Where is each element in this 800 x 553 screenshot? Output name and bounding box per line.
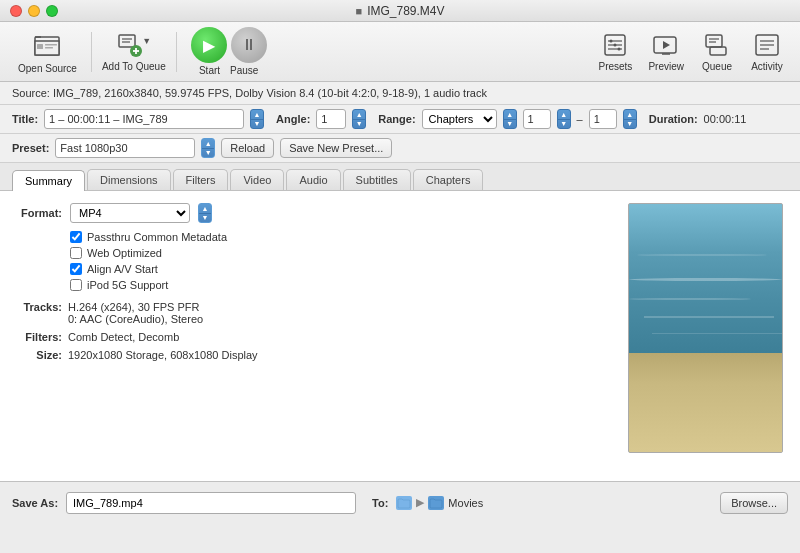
- preview-shore: [629, 353, 782, 452]
- queue-button[interactable]: Queue: [692, 27, 742, 76]
- angle-input[interactable]: [316, 109, 346, 129]
- range-type-stepper-down[interactable]: ▼: [504, 120, 516, 129]
- toolbar-divider: [91, 32, 92, 72]
- svg-rect-6: [119, 35, 135, 47]
- preset-input[interactable]: [55, 138, 195, 158]
- minimize-button[interactable]: [28, 5, 40, 17]
- preview-panel: [628, 203, 788, 469]
- preset-label: Preset:: [12, 142, 49, 154]
- tracks-line2: 0: AAC (CoreAudio), Stereo: [68, 313, 203, 325]
- reload-button[interactable]: Reload: [221, 138, 274, 158]
- title-stepper-down[interactable]: ▼: [251, 120, 263, 129]
- wave3: [637, 254, 767, 256]
- source-folder-icon: [396, 496, 412, 510]
- add-to-queue-label: Add To Queue: [102, 61, 166, 72]
- pause-button[interactable]: ⏸: [231, 27, 267, 63]
- title-stepper-up[interactable]: ▲: [251, 110, 263, 120]
- angle-stepper-down[interactable]: ▼: [353, 120, 365, 129]
- add-to-queue-button[interactable]: ▼ Add To Queue: [96, 27, 172, 76]
- tab-chapters[interactable]: Chapters: [413, 169, 484, 190]
- title-row: Title: ▲ ▼ Angle: ▲ ▼ Range: Chapters Se…: [0, 105, 800, 134]
- preset-stepper-down[interactable]: ▼: [202, 149, 214, 158]
- folder-path: ▶ Movies: [396, 496, 483, 510]
- preset-row: Preset: ▲ ▼ Reload Save New Preset...: [0, 134, 800, 163]
- svg-point-16: [610, 40, 613, 43]
- activity-button[interactable]: Activity: [742, 27, 792, 76]
- queue-label: Queue: [702, 61, 732, 72]
- presets-button[interactable]: Presets: [590, 27, 640, 76]
- window-controls[interactable]: [10, 5, 58, 17]
- open-source-icon: [31, 29, 63, 61]
- open-source-button[interactable]: Open Source: [8, 25, 87, 78]
- activity-icon: [753, 31, 781, 59]
- save-as-input[interactable]: [66, 492, 356, 514]
- preview-wave2: [644, 316, 774, 318]
- svg-point-18: [618, 48, 621, 51]
- movies-folder-icon: [428, 496, 444, 510]
- range-dash: –: [577, 113, 583, 125]
- format-stepper-up[interactable]: ▲: [199, 204, 211, 214]
- web-optimized-label: Web Optimized: [87, 247, 162, 259]
- queue-icon: [703, 31, 731, 59]
- svg-rect-23: [710, 47, 726, 55]
- play-controls: ▶ ⏸ Start Pause: [181, 23, 277, 80]
- size-value: 1920x1080 Storage, 608x1080 Display: [68, 349, 258, 361]
- maximize-button[interactable]: [46, 5, 58, 17]
- save-new-preset-button[interactable]: Save New Preset...: [280, 138, 392, 158]
- svg-rect-3: [37, 44, 43, 49]
- path-separator: ▶: [416, 496, 424, 509]
- tab-dimensions[interactable]: Dimensions: [87, 169, 170, 190]
- source-info: Source: IMG_789, 2160x3840, 59.9745 FPS,…: [0, 82, 800, 105]
- activity-label: Activity: [751, 61, 783, 72]
- tab-video[interactable]: Video: [230, 169, 284, 190]
- preset-stepper[interactable]: ▲ ▼: [201, 138, 215, 158]
- web-optimized-checkbox[interactable]: [70, 247, 82, 259]
- title-stepper[interactable]: ▲ ▼: [250, 109, 264, 129]
- preset-stepper-up[interactable]: ▲: [202, 139, 214, 149]
- browse-button[interactable]: Browse...: [720, 492, 788, 514]
- range-label: Range:: [378, 113, 415, 125]
- tracks-label: Tracks:: [12, 301, 62, 325]
- passthru-checkbox[interactable]: [70, 231, 82, 243]
- passthru-label: Passthru Common Metadata: [87, 231, 227, 243]
- align-av-checkbox[interactable]: [70, 263, 82, 275]
- angle-stepper[interactable]: ▲ ▼: [352, 109, 366, 129]
- start-label: Start: [199, 65, 220, 76]
- range-to-input[interactable]: [589, 109, 617, 129]
- format-stepper[interactable]: ▲ ▼: [198, 203, 212, 223]
- range-type-stepper[interactable]: ▲ ▼: [503, 109, 517, 129]
- pause-label: Pause: [230, 65, 258, 76]
- format-stepper-down[interactable]: ▼: [199, 214, 211, 223]
- title-input[interactable]: [44, 109, 244, 129]
- save-as-label: Save As:: [12, 497, 58, 509]
- tab-filters[interactable]: Filters: [173, 169, 229, 190]
- start-button[interactable]: ▶: [191, 27, 227, 63]
- title-icon: ■: [355, 5, 362, 17]
- tab-summary[interactable]: Summary: [12, 170, 85, 191]
- format-select[interactable]: MP4 MKV WebM: [70, 203, 190, 223]
- preview-label: Preview: [648, 61, 684, 72]
- size-label: Size:: [12, 349, 62, 361]
- tab-audio[interactable]: Audio: [286, 169, 340, 190]
- title-label-field: Title:: [12, 113, 38, 125]
- angle-stepper-up[interactable]: ▲: [353, 110, 365, 120]
- to-label: To:: [372, 497, 388, 509]
- ipod5g-row: iPod 5G Support: [70, 279, 616, 291]
- toolbar: Open Source ▼ Add To Queue ▶ ⏸: [0, 22, 800, 82]
- range-to-stepper[interactable]: ▲ ▼: [623, 109, 637, 129]
- range-from-stepper[interactable]: ▲ ▼: [557, 109, 571, 129]
- filters-value: Comb Detect, Decomb: [68, 331, 179, 343]
- wave5: [652, 333, 782, 334]
- svg-rect-5: [45, 47, 53, 49]
- toolbar-right: Presets Preview: [590, 27, 792, 76]
- size-row: Size: 1920x1080 Storage, 608x1080 Displa…: [12, 349, 616, 361]
- ipod5g-checkbox[interactable]: [70, 279, 82, 291]
- range-from-input[interactable]: [523, 109, 551, 129]
- range-type-select[interactable]: Chapters Seconds Frames: [422, 109, 497, 129]
- presets-icon: [601, 31, 629, 59]
- close-button[interactable]: [10, 5, 22, 17]
- tab-subtitles[interactable]: Subtitles: [343, 169, 411, 190]
- svg-rect-22: [706, 35, 722, 47]
- range-type-stepper-up[interactable]: ▲: [504, 110, 516, 120]
- preview-button[interactable]: Preview: [640, 27, 692, 76]
